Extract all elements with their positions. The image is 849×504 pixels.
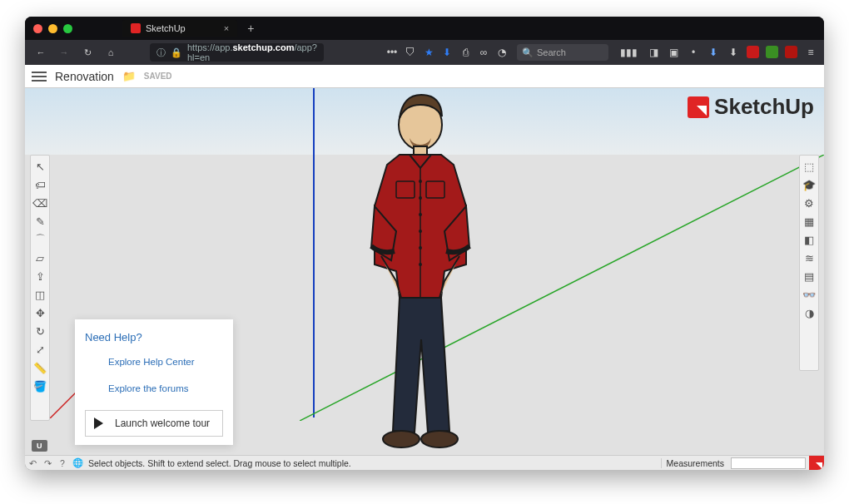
tool-shape[interactable]: ▱ [32, 249, 48, 267]
panel-materials[interactable]: ▦ [801, 212, 817, 230]
panel-styles[interactable]: ◧ [801, 230, 817, 249]
right-panels: ⬚ 🎓 ⚙ ▦ ◧ ≋ ▤ 👓 ◑ [799, 155, 819, 371]
sketchup-logo: SketchUp [688, 94, 814, 120]
home-button[interactable]: ⌂ [102, 43, 120, 62]
folder-icon[interactable]: 📁 [122, 70, 136, 82]
tool-pushpull[interactable]: ⇪ [32, 267, 48, 285]
bookmark-star-icon[interactable]: ★ [422, 46, 435, 59]
browser-tab[interactable]: SketchUp × [122, 20, 237, 37]
tool-rotate[interactable]: ↻ [32, 322, 48, 340]
undo-button[interactable]: ↶ [25, 458, 40, 468]
browser-menu-button[interactable]: ≡ [804, 46, 817, 59]
help-panel: Need Help? Explore Help Center Explore t… [75, 319, 233, 445]
status-logo-icon[interactable] [809, 456, 824, 471]
panel-entity[interactable]: ⬚ [801, 157, 817, 175]
svg-point-10 [419, 230, 422, 233]
ext-abp-icon[interactable] [747, 46, 759, 58]
tool-tag[interactable]: 🏷 [32, 175, 48, 194]
browser-tabbar: SketchUp × + [25, 17, 824, 40]
window-close-button[interactable] [33, 24, 42, 33]
svg-point-8 [419, 196, 422, 200]
app-menu-button[interactable] [32, 72, 47, 82]
download-icon[interactable]: ⬇ [440, 46, 454, 59]
logo-text: SketchUp [714, 94, 814, 120]
svg-point-7 [419, 180, 422, 183]
search-placeholder: Search [537, 47, 566, 57]
tool-offset[interactable]: ◫ [32, 285, 48, 304]
reload-button[interactable]: ↻ [78, 43, 97, 62]
svg-point-12 [419, 263, 422, 266]
upgrade-button[interactable]: U [32, 440, 47, 452]
panel-soft[interactable]: ◑ [801, 304, 817, 322]
sketchup-app: Renovation 📁 SAVED SketchUp ↖ 🏷 ⌫ ✎ ⌒ ▱ … [25, 65, 824, 470]
tool-arc[interactable]: ⌒ [32, 230, 48, 249]
url-text: https://app.sketchup.com/app?hl=en [187, 42, 317, 62]
launch-tour-button[interactable]: Launch welcome tour [85, 410, 223, 437]
info-icon: ⓘ [156, 47, 166, 59]
ext-dot-icon[interactable]: • [687, 46, 700, 59]
svg-point-13 [383, 431, 420, 447]
tool-eraser[interactable]: ⌫ [32, 194, 48, 212]
ext-arrow-icon[interactable]: ⬇ [707, 46, 720, 59]
tool-move[interactable]: ✥ [32, 304, 48, 322]
app-header: Renovation 📁 SAVED [25, 65, 824, 88]
left-toolbar: ↖ 🏷 ⌫ ✎ ⌒ ▱ ⇪ ◫ ✥ ↻ ⤢ 📏 🪣 [30, 155, 50, 421]
panel-display[interactable]: 👓 [801, 285, 817, 304]
help-center-link[interactable]: Explore Help Center [108, 357, 223, 367]
status-bar: ↶ ↷ ? 🌐 Select objects. Shift to extend … [25, 455, 824, 470]
search-icon: 🔍 [522, 47, 534, 58]
lock-icon: 🔒 [171, 47, 182, 58]
tab-close-button[interactable]: × [224, 23, 229, 33]
help-button[interactable]: ? [55, 458, 70, 468]
file-title: Renovation [55, 70, 114, 83]
svg-point-14 [421, 431, 458, 447]
window-zoom-button[interactable] [63, 24, 72, 33]
help-heading: Need Help? [85, 331, 223, 343]
redo-button[interactable]: ↷ [40, 458, 55, 468]
tool-tape[interactable]: 📏 [32, 358, 48, 377]
measurements-label: Measurements [661, 458, 729, 468]
tab-title: SketchUp [146, 23, 186, 33]
ext-pdf-icon[interactable] [785, 46, 797, 58]
ext-down-icon[interactable]: ⬇ [727, 46, 740, 59]
panel-instructor[interactable]: 🎓 [801, 175, 817, 194]
browser-toolbar: ← → ↻ ⌂ ⓘ 🔒 https://app.sketchup.com/app… [25, 40, 824, 65]
language-button[interactable]: 🌐 [70, 457, 85, 468]
library-icon[interactable]: ▮▮▮ [622, 46, 635, 59]
status-hint: Select objects. Shift to extend select. … [88, 458, 351, 468]
new-tab-button[interactable]: + [247, 22, 254, 35]
clock-icon[interactable]: ◔ [495, 46, 509, 59]
svg-point-11 [419, 246, 422, 250]
sidebar-icon[interactable]: ◨ [647, 46, 660, 59]
svg-rect-3 [414, 146, 427, 155]
tour-label: Launch welcome tour [115, 418, 210, 429]
panel-components[interactable]: ⚙ [801, 194, 817, 212]
print-icon[interactable]: ⎙ [459, 46, 472, 59]
forward-button[interactable]: → [55, 43, 73, 62]
container-icon[interactable]: ▣ [667, 46, 680, 59]
back-button[interactable]: ← [32, 43, 50, 62]
tool-select[interactable]: ↖ [32, 157, 48, 175]
tool-scale[interactable]: ⤢ [32, 340, 48, 358]
loop-icon[interactable]: ∞ [477, 46, 490, 59]
scale-figure [350, 90, 491, 456]
panel-scenes[interactable]: ▤ [801, 267, 817, 285]
panel-layers[interactable]: ≋ [801, 249, 817, 267]
tab-favicon-icon [131, 23, 141, 33]
svg-point-9 [419, 213, 422, 216]
reader-icon[interactable]: ••• [385, 46, 399, 59]
play-icon [94, 418, 103, 429]
tool-paint[interactable]: 🪣 [32, 377, 48, 395]
browser-search[interactable]: 🔍 Search [517, 44, 608, 61]
ext-green-icon[interactable] [766, 46, 778, 58]
help-forums-link[interactable]: Explore the forums [108, 383, 223, 393]
shield-icon[interactable]: ⛉ [404, 46, 417, 59]
measurements-input[interactable] [731, 457, 806, 469]
window-minimize-button[interactable] [48, 24, 57, 33]
tool-pencil[interactable]: ✎ [32, 212, 48, 230]
logo-mark-icon [688, 96, 709, 118]
save-status: SAVED [144, 72, 172, 81]
address-bar[interactable]: ⓘ 🔒 https://app.sketchup.com/app?hl=en [150, 43, 324, 62]
